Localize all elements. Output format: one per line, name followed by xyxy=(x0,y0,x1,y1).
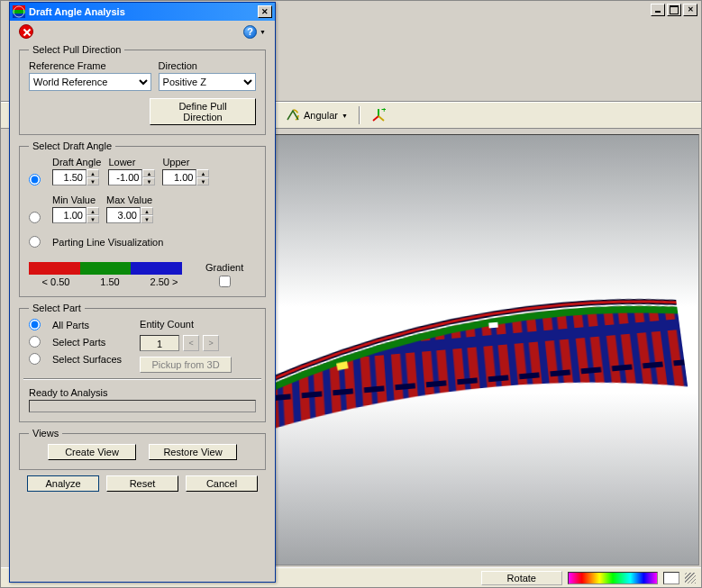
axis-icon: + xyxy=(371,108,386,122)
upper-input[interactable] xyxy=(162,169,196,185)
dialog-titlebar[interactable]: Draft Angle Analysis xyxy=(10,3,275,21)
main-titlebar xyxy=(651,1,701,19)
analysis-status-block: Ready to Analysis xyxy=(29,387,256,412)
min-value-label: Min Value xyxy=(52,194,99,205)
min-max-radio[interactable] xyxy=(29,212,41,223)
dialog-close-button[interactable] xyxy=(258,5,272,18)
all-parts-radio[interactable] xyxy=(29,319,41,330)
separator xyxy=(23,378,261,380)
parting-line-radio[interactable] xyxy=(29,236,41,248)
gradient-checkbox-label: Gradient xyxy=(205,262,243,273)
gradient-legend-bar xyxy=(29,262,182,275)
lower-label: Lower xyxy=(108,157,155,167)
svg-text:+: + xyxy=(381,108,386,114)
restore-view-button[interactable]: Restore View xyxy=(149,444,237,460)
help-icon[interactable]: ? xyxy=(243,25,257,39)
lower-input[interactable] xyxy=(108,169,142,185)
color-spectrum-strip[interactable] xyxy=(568,572,658,584)
views-legend: Views xyxy=(29,428,62,439)
draft-angle-input[interactable] xyxy=(52,169,87,185)
dialog-icon-row: ? ▼ xyxy=(10,21,275,42)
svg-rect-10 xyxy=(488,322,498,329)
entity-count-label: Entity Count xyxy=(140,319,232,330)
pull-direction-legend: Select Pull Direction xyxy=(29,44,124,55)
create-view-button[interactable]: Create View xyxy=(48,444,136,460)
app-logo-icon xyxy=(13,5,25,18)
max-value-label: Max Value xyxy=(106,194,153,205)
entity-count-value: 1 xyxy=(140,335,179,351)
views-group: Views Create View Restore View xyxy=(19,428,266,470)
cancel-button[interactable]: Cancel xyxy=(186,475,258,492)
reference-frame-select[interactable]: World Reference xyxy=(29,73,151,91)
entity-prev-button[interactable]: < xyxy=(183,335,199,351)
svg-rect-12 xyxy=(13,10,25,14)
gradient-checkbox[interactable] xyxy=(219,276,231,287)
draft-range-radio[interactable] xyxy=(29,174,41,185)
angular-icon xyxy=(286,108,300,122)
direction-select[interactable]: Positive Z xyxy=(159,73,256,91)
draft-angle-group: Select Draft Angle Draft Angle ▲▼ Lower … xyxy=(19,140,266,297)
draft-angle-value-label: Draft Angle xyxy=(52,157,101,167)
draft-angle-spinner[interactable]: ▲▼ xyxy=(52,169,101,185)
angular-tool-label: Angular xyxy=(304,110,338,121)
progress-bar xyxy=(29,400,256,412)
select-parts-radio[interactable] xyxy=(29,336,41,348)
select-parts-label: Select Parts xyxy=(52,337,105,348)
draft-angle-legend: Select Draft Angle xyxy=(29,140,115,151)
color-swatch[interactable] xyxy=(663,572,679,584)
analyze-button[interactable]: Analyze xyxy=(27,475,99,492)
svg-line-2 xyxy=(373,116,378,121)
select-part-legend: Select Part xyxy=(29,303,85,313)
max-input[interactable] xyxy=(106,207,141,223)
parting-line-label: Parting Line Visualization xyxy=(52,237,163,248)
dialog-body: Select Pull Direction Reference Frame Wo… xyxy=(10,42,275,497)
dialog-title: Draft Angle Analysis xyxy=(29,6,254,17)
max-spinner[interactable]: ▲▼ xyxy=(106,207,153,223)
help-dropdown-arrow-icon[interactable]: ▼ xyxy=(260,29,266,35)
pull-direction-group: Select Pull Direction Reference Frame Wo… xyxy=(19,44,266,135)
select-surfaces-radio[interactable] xyxy=(29,353,41,365)
reset-button[interactable]: Reset xyxy=(106,475,178,492)
gradient-legend-labels: < 0.50 1.50 2.50 > xyxy=(29,276,191,287)
angular-tool-button[interactable]: Angular ▼ xyxy=(280,106,353,124)
dropdown-arrow-icon: ▼ xyxy=(342,113,348,119)
all-parts-label: All Parts xyxy=(52,320,89,330)
min-spinner[interactable]: ▲▼ xyxy=(52,207,99,223)
reference-frame-label: Reference Frame xyxy=(29,60,151,71)
dialog-action-row: Analyze Reset Cancel xyxy=(19,475,266,492)
draft-angle-dialog: Draft Angle Analysis ? ▼ Select Pull Dir… xyxy=(9,2,276,583)
viewport-3d[interactable] xyxy=(271,134,699,565)
min-input[interactable] xyxy=(52,207,87,223)
direction-label: Direction xyxy=(159,60,256,71)
toolbar-separator xyxy=(359,106,360,124)
svg-line-3 xyxy=(378,116,384,121)
pickup-from-3d-button: Pickup from 3D xyxy=(140,357,232,373)
analysis-status-label: Ready to Analysis xyxy=(29,387,107,398)
minimize-button[interactable] xyxy=(651,4,665,16)
upper-spinner[interactable]: ▲▼ xyxy=(162,169,209,185)
entity-next-button[interactable]: > xyxy=(203,335,219,351)
error-icon[interactable] xyxy=(19,24,33,39)
rotate-mode-button[interactable]: Rotate xyxy=(481,571,562,585)
axis-tool-button[interactable]: + xyxy=(366,106,391,124)
lower-spinner[interactable]: ▲▼ xyxy=(108,169,155,185)
select-part-group: Select Part All Parts Select Parts Selec… xyxy=(19,303,266,422)
define-pull-direction-button[interactable]: Define Pull Direction xyxy=(150,98,256,125)
select-surfaces-label: Select Surfaces xyxy=(52,354,122,365)
close-main-button[interactable] xyxy=(683,4,697,16)
resize-grip-icon[interactable] xyxy=(685,573,696,583)
upper-label: Upper xyxy=(162,157,209,167)
maximize-button[interactable] xyxy=(667,4,681,16)
analyzed-part-model xyxy=(271,247,689,433)
